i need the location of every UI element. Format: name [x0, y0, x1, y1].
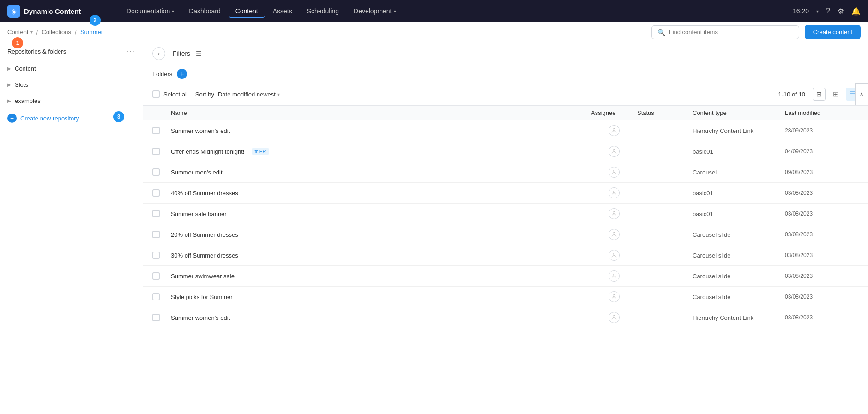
annotation-circle-3: 3: [113, 111, 124, 122]
annotation-circle-1: 1: [12, 37, 23, 48]
nav-dashboard-label: Dashboard: [189, 7, 221, 15]
row-checkbox-4[interactable]: [152, 210, 171, 217]
row-content-type-7: Carousel slide: [693, 273, 785, 280]
nav-scheduling[interactable]: Scheduling: [301, 5, 345, 18]
table-col-status: Status: [637, 109, 693, 116]
sidebar-more-icon[interactable]: ···: [127, 47, 135, 55]
row-checkbox-3[interactable]: [152, 189, 171, 197]
sort-by-area: Sort by Date modified newest ▾: [195, 91, 280, 98]
top-nav-right: 16:20 ▾ ? ⚙ 🔔: [793, 7, 861, 16]
sidebar-item-content[interactable]: ▶ Content: [0, 60, 143, 77]
breadcrumb-bar: Content ▾ 1 / Collections / Summer 2 🔍 C…: [0, 22, 868, 42]
nav-development[interactable]: Development ▾: [347, 5, 403, 18]
table-row[interactable]: Summer women's edit Hierarchy Content Li…: [143, 307, 868, 328]
notifications-icon[interactable]: 🔔: [851, 7, 861, 16]
select-all-checkbox[interactable]: [152, 90, 160, 98]
sidebar-item-examples[interactable]: ▶ examples: [0, 93, 143, 109]
help-icon[interactable]: ?: [826, 7, 830, 15]
svg-point-7: [613, 274, 615, 276]
nav-development-label: Development: [354, 7, 392, 15]
sort-value-label: Date modified newest: [218, 91, 276, 98]
row-checkbox-6[interactable]: [152, 252, 171, 259]
table-col-assignee: Assignee: [591, 109, 637, 116]
row-content-type-6: Carousel slide: [693, 252, 785, 259]
top-nav: ◈ Dynamic Content Documentation ▾ Dashbo…: [0, 0, 868, 22]
nav-dashboard[interactable]: Dashboard: [182, 5, 227, 18]
scroll-top-button[interactable]: ∧: [855, 83, 868, 105]
table-row[interactable]: Offer ends Midnight tonight! fr-FR basic…: [143, 141, 868, 162]
row-checkbox-5[interactable]: [152, 231, 171, 238]
row-checkbox-0[interactable]: [152, 127, 171, 134]
breadcrumb-collections[interactable]: Collections: [42, 29, 71, 36]
table-row[interactable]: 20% off Summer dresses Carousel slide 03…: [143, 224, 868, 245]
row-assignee-6: [591, 250, 637, 261]
row-last-modified-0: 28/09/2023: [785, 127, 859, 134]
sort-by-label: Sort by: [195, 91, 214, 98]
table-col-name: Name: [171, 109, 591, 116]
row-last-modified-2: 09/08/2023: [785, 169, 859, 175]
main-layout: Repositories & folders ··· ▶ Content ▶ S…: [0, 42, 868, 414]
table-row[interactable]: Summer swimwear sale Carousel slide 03/0…: [143, 266, 868, 287]
table-row[interactable]: Summer women's edit Hierarchy Content Li…: [143, 120, 868, 141]
pagination-info: 1-10 of 10: [778, 91, 805, 98]
row-content-type-3: basic01: [693, 190, 785, 197]
nav-documentation[interactable]: Documentation ▾: [120, 5, 181, 18]
table-header: Name Assignee Status Content type Last m…: [143, 106, 868, 120]
row-checkbox-9[interactable]: [152, 314, 171, 321]
svg-point-2: [613, 170, 615, 172]
table-row[interactable]: 40% off Summer dresses basic01 03/08/202…: [143, 183, 868, 204]
search-box[interactable]: 🔍: [651, 25, 799, 39]
create-content-button[interactable]: Create content: [805, 25, 861, 39]
row-name-1: Offer ends Midnight tonight! fr-FR: [171, 148, 591, 155]
nav-assets[interactable]: Assets: [266, 5, 299, 18]
nav-content[interactable]: Content: [229, 5, 265, 18]
row-assignee-9: [591, 312, 637, 323]
table-row[interactable]: Style picks for Summer Carousel slide 03…: [143, 287, 868, 307]
breadcrumb-content-label: Content: [7, 29, 29, 36]
assignee-icon-0: [609, 125, 620, 136]
assignee-icon-6: [609, 250, 620, 261]
assignee-icon-4: [609, 208, 620, 219]
row-checkbox-7[interactable]: [152, 272, 171, 280]
assignee-icon-2: [609, 167, 620, 178]
row-assignee-5: [591, 229, 637, 240]
row-checkbox-8[interactable]: [152, 293, 171, 300]
content-area: ‹ Filters ☰ Folders + Select all Sort by…: [143, 42, 868, 414]
assignee-icon-8: [609, 291, 620, 302]
breadcrumb-summer[interactable]: Summer: [80, 29, 103, 36]
row-name-text-7: Summer swimwear sale: [171, 273, 235, 280]
nav-assets-label: Assets: [273, 7, 292, 15]
row-name-text-1: Offer ends Midnight tonight!: [171, 148, 244, 155]
breadcrumb-dropdown-icon: ▾: [30, 30, 33, 35]
breadcrumb-content[interactable]: Content ▾: [7, 29, 33, 36]
chevron-right-icon: ▶: [7, 98, 11, 103]
settings-icon[interactable]: ⚙: [838, 7, 844, 16]
row-content-type-1: basic01: [693, 148, 785, 155]
row-checkbox-2[interactable]: [152, 168, 171, 176]
annotation-circle-2: 2: [90, 15, 101, 26]
table-row[interactable]: Summer sale banner basic01 03/08/2023: [143, 204, 868, 224]
sort-dropdown-button[interactable]: Date modified newest ▾: [218, 91, 280, 98]
table-row[interactable]: 30% off Summer dresses Carousel slide 03…: [143, 245, 868, 266]
chevron-down-icon: ▾: [172, 9, 174, 14]
grid-view-button[interactable]: ⊞: [829, 88, 842, 101]
search-input[interactable]: [669, 29, 793, 36]
svg-point-8: [613, 294, 615, 297]
row-assignee-0: [591, 125, 637, 136]
row-name-6: 30% off Summer dresses: [171, 252, 591, 259]
filter-options-icon[interactable]: ☰: [196, 50, 202, 57]
add-folder-button[interactable]: +: [177, 69, 187, 79]
search-icon: 🔍: [657, 29, 665, 36]
row-assignee-8: [591, 291, 637, 302]
filter-settings-button[interactable]: ⊟: [813, 88, 826, 101]
row-checkbox-1[interactable]: [152, 148, 171, 155]
sidebar-item-slots[interactable]: ▶ Slots: [0, 77, 143, 93]
collapse-sidebar-button[interactable]: ‹: [152, 47, 165, 60]
table-row[interactable]: Summer men's edit Carousel 09/08/2023: [143, 162, 868, 183]
nav-scheduling-label: Scheduling: [307, 7, 339, 15]
svg-point-0: [613, 128, 615, 131]
row-content-type-8: Carousel slide: [693, 294, 785, 300]
row-content-type-9: Hierarchy Content Link: [693, 314, 785, 321]
select-all-label: Select all: [163, 91, 188, 98]
assignee-icon-7: [609, 270, 620, 282]
